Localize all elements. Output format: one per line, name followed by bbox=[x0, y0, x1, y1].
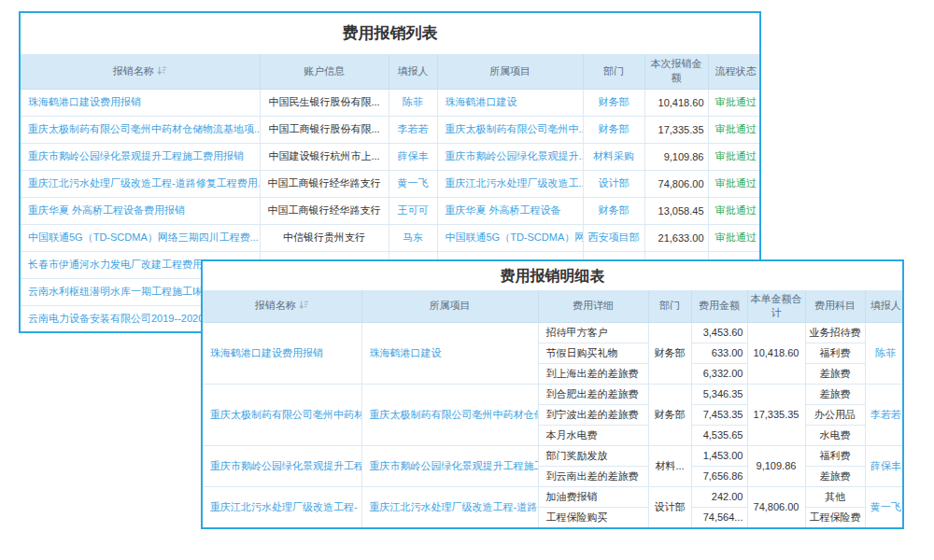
list-row: 珠海鹤港口建设费用报销中国民生银行股份有限...陈菲珠海鹤港口建设财务部10,4… bbox=[21, 89, 761, 116]
cell-name[interactable]: 重庆太极制药有限公司亳州中药材仓储物流基地项... bbox=[21, 116, 260, 143]
cell-dept[interactable]: 财务部 bbox=[583, 116, 644, 143]
cell-status: 审批通过 bbox=[708, 224, 761, 251]
cell-name[interactable]: 中国联通5G（TD-SCDMA）网络三期四川工程费... bbox=[21, 224, 260, 251]
col-header-label: 所属项目 bbox=[489, 65, 531, 77]
cell-reporter[interactable]: 黄一飞 bbox=[389, 170, 437, 197]
cell-project[interactable]: 珠海鹤港口建设 bbox=[361, 322, 538, 384]
cell-account: 中国工商银行股份有限... bbox=[260, 116, 389, 143]
cell-amount: 10,418.60 bbox=[644, 89, 708, 116]
cell-name[interactable]: 重庆市鹅岭公园绿化景观提升工程 bbox=[203, 445, 361, 486]
cell-account: 中信银行贵州支行 bbox=[260, 224, 389, 251]
col-header-label: 部门 bbox=[603, 65, 624, 77]
list-row: 中国联通5G（TD-SCDMA）网络三期四川工程费...中信银行贵州支行马东中国… bbox=[21, 224, 761, 251]
expense-list-title: 费用报销列表 bbox=[21, 13, 759, 54]
cell-name[interactable]: 重庆华夏 外高桥工程设备费用报销 bbox=[21, 197, 260, 224]
sort-icon bbox=[157, 65, 167, 76]
col-header-label: 填报人 bbox=[398, 65, 429, 77]
sort-icon bbox=[299, 300, 309, 310]
cell-detail: 到云南出差的差旅费 bbox=[538, 466, 648, 486]
detail-row: 重庆太极制药有限公司亳州中药材重庆太极制药有限公司亳州中药材仓储物流到合肥出差的… bbox=[203, 384, 904, 404]
detail-table-head: 报销名称所属项目费用详细部门费用金额本单金额合计费用科目填报人 bbox=[203, 290, 904, 322]
cell-dept: 财务部 bbox=[648, 322, 691, 384]
cell-project[interactable]: 重庆市鹅岭公园绿化景观提升工程施工 bbox=[361, 445, 538, 486]
cell-amount: 9,109.86 bbox=[644, 143, 708, 170]
cell-category: 福利费 bbox=[805, 445, 865, 466]
cell-reporter[interactable]: 薛保丰 bbox=[389, 143, 437, 170]
cell-dept[interactable]: 财务部 bbox=[583, 197, 644, 224]
cell-category: 差旅费 bbox=[805, 384, 865, 404]
cell-project[interactable]: 重庆江北污水处理厂级改造工程-道路修复工 bbox=[361, 486, 538, 527]
col-header-name[interactable]: 报销名称 bbox=[21, 54, 260, 89]
cell-reporter[interactable]: 王可可 bbox=[389, 197, 437, 224]
cell-project[interactable]: 重庆市鹅岭公园绿化景观提升... bbox=[437, 143, 583, 170]
cell-detail: 招待甲方客户 bbox=[538, 322, 648, 343]
cell-amount: 7,656.86 bbox=[691, 466, 747, 486]
cell-name[interactable]: 珠海鹤港口建设费用报销 bbox=[203, 322, 361, 384]
cell-account: 中国建设银行杭州市上... bbox=[260, 143, 389, 170]
cell-amount: 74,806.00 bbox=[644, 170, 708, 197]
col-header-label: 填报人 bbox=[870, 300, 901, 311]
cell-category: 办公用品 bbox=[805, 404, 865, 425]
col-header-label: 本单金额合计 bbox=[751, 293, 802, 318]
cell-reporter[interactable]: 黄一飞 bbox=[865, 486, 904, 527]
list-row: 重庆市鹅岭公园绿化景观提升工程施工费用报销中国建设银行杭州市上...薛保丰重庆市… bbox=[21, 143, 761, 170]
col-header-label: 本次报销金额 bbox=[651, 58, 702, 83]
cell-reporter[interactable]: 李若若 bbox=[865, 384, 904, 445]
cell-category: 业务招待费 bbox=[805, 322, 865, 343]
col-header-reporter: 填报人 bbox=[865, 290, 904, 322]
cell-detail: 加油费报销 bbox=[538, 486, 648, 507]
cell-name[interactable]: 重庆市鹅岭公园绿化景观提升工程施工费用报销 bbox=[21, 143, 260, 170]
col-header-dept: 部门 bbox=[583, 54, 644, 89]
col-header-amount: 费用金额 bbox=[691, 290, 747, 322]
cell-project[interactable]: 重庆太极制药有限公司亳州中药材仓储物流 bbox=[361, 384, 538, 445]
col-header-label: 报销名称 bbox=[255, 300, 296, 311]
cell-dept[interactable]: 设计部 bbox=[583, 170, 644, 197]
cell-total: 9,109.86 bbox=[747, 445, 805, 486]
cell-amount: 5,346.35 bbox=[691, 384, 747, 404]
col-header-project: 所属项目 bbox=[361, 290, 538, 322]
cell-dept[interactable]: 西安项目部 bbox=[583, 224, 644, 251]
expense-detail-card: 费用报销明细表 报销名称所属项目费用详细部门费用金额本单金额合计费用科目填报人 … bbox=[201, 259, 904, 529]
cell-project[interactable]: 重庆太极制药有限公司亳州中... bbox=[437, 116, 583, 143]
cell-name[interactable]: 重庆江北污水处理厂级改造工程- bbox=[203, 486, 361, 527]
col-header-project: 所属项目 bbox=[437, 54, 583, 89]
detail-table-body: 珠海鹤港口建设费用报销珠海鹤港口建设招待甲方客户财务部3,453.6010,41… bbox=[203, 322, 904, 527]
cell-total: 10,418.60 bbox=[747, 322, 805, 384]
col-header-label: 报销名称 bbox=[113, 65, 154, 77]
cell-amount: 6,332.00 bbox=[691, 363, 747, 384]
cell-amount: 17,335.35 bbox=[644, 116, 708, 143]
cell-reporter[interactable]: 马东 bbox=[389, 224, 437, 251]
cell-dept[interactable]: 财务部 bbox=[583, 89, 644, 116]
cell-project[interactable]: 重庆江北污水处理厂级改造工... bbox=[437, 170, 583, 197]
cell-total: 74,806.00 bbox=[747, 486, 805, 527]
cell-category: 差旅费 bbox=[805, 466, 865, 486]
cell-status: 审批通过 bbox=[708, 197, 761, 224]
cell-dept[interactable]: 材料采购 bbox=[583, 143, 644, 170]
cell-reporter[interactable]: 薛保丰 bbox=[865, 445, 904, 486]
cell-account: 中国工商银行经华路支行 bbox=[260, 197, 389, 224]
col-header-total: 本单金额合计 bbox=[747, 290, 805, 322]
cell-amount: 13,058.45 bbox=[644, 197, 708, 224]
cell-amount: 3,453.60 bbox=[691, 322, 747, 343]
cell-detail: 本月水电费 bbox=[538, 425, 648, 445]
cell-reporter[interactable]: 李若若 bbox=[389, 116, 437, 143]
cell-amount: 4,535.65 bbox=[691, 425, 747, 445]
cell-project[interactable]: 珠海鹤港口建设 bbox=[437, 89, 583, 116]
cell-detail: 到上海出差的差旅费 bbox=[538, 363, 648, 384]
cell-amount: 7,453.35 bbox=[691, 404, 747, 425]
header-row: 报销名称所属项目费用详细部门费用金额本单金额合计费用科目填报人 bbox=[203, 290, 904, 322]
col-header-label: 所属项目 bbox=[430, 300, 471, 311]
col-header-label: 费用详细 bbox=[573, 300, 614, 311]
col-header-reporter: 填报人 bbox=[389, 54, 437, 89]
cell-name[interactable]: 珠海鹤港口建设费用报销 bbox=[21, 89, 260, 116]
cell-reporter[interactable]: 陈菲 bbox=[865, 322, 904, 384]
col-header-account: 账户信息 bbox=[260, 54, 389, 89]
col-header-name[interactable]: 报销名称 bbox=[203, 290, 361, 322]
cell-name[interactable]: 重庆江北污水处理厂级改造工程-道路修复工程费用... bbox=[21, 170, 260, 197]
cell-project[interactable]: 中国联通5G（TD-SCDMA）网... bbox=[437, 224, 583, 251]
cell-project[interactable]: 重庆华夏 外高桥工程设备 bbox=[437, 197, 583, 224]
cell-reporter[interactable]: 陈菲 bbox=[389, 89, 437, 116]
cell-detail: 到合肥出差的差旅费 bbox=[538, 384, 648, 404]
cell-name[interactable]: 重庆太极制药有限公司亳州中药材 bbox=[203, 384, 361, 445]
col-header-label: 账户信息 bbox=[304, 65, 345, 77]
